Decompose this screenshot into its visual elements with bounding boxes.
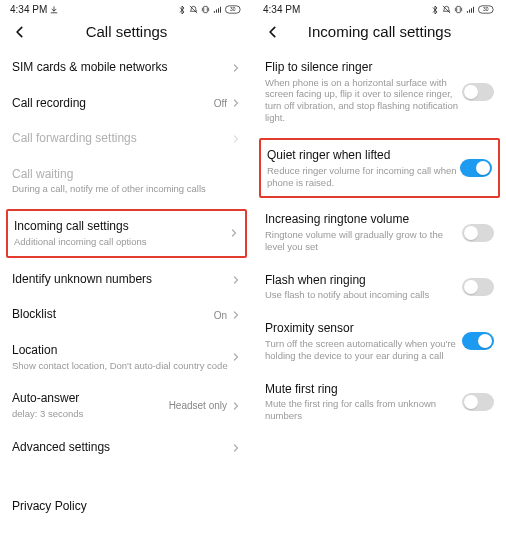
chevron-right-icon xyxy=(229,228,239,238)
desc: Turn off the screen automatically when y… xyxy=(265,338,462,362)
back-button[interactable] xyxy=(12,24,28,40)
header: Call settings xyxy=(0,17,253,50)
vibrate-icon xyxy=(201,5,210,14)
desc: Ringtone volume will gradually grow to t… xyxy=(265,229,462,253)
label: Call forwarding settings xyxy=(12,131,231,147)
chevron-right-icon xyxy=(231,401,241,411)
item-call-waiting: Call waiting During a call, notify me of… xyxy=(12,157,241,205)
dnd-icon xyxy=(442,5,451,14)
svg-rect-3 xyxy=(457,6,461,12)
chevron-right-icon xyxy=(231,134,241,144)
desc: Mute the first ring for calls from unkno… xyxy=(265,398,462,422)
item-flash-ringing[interactable]: Flash when ringing Use flash to notify a… xyxy=(265,263,494,311)
label: Privacy Policy xyxy=(12,499,241,515)
toggle-quiet-ringer[interactable] xyxy=(460,159,492,177)
settings-list: SIM cards & mobile networks Call recordi… xyxy=(0,50,253,525)
label: Quiet ringer when lifted xyxy=(267,148,460,164)
header: Incoming call settings xyxy=(253,17,506,50)
signal-icon xyxy=(213,6,222,14)
item-increasing-ringtone[interactable]: Increasing ringtone volume Ringtone volu… xyxy=(265,202,494,262)
item-call-forwarding: Call forwarding settings xyxy=(12,121,241,157)
label: Proximity sensor xyxy=(265,321,462,337)
status-bar: 4:34 PM 30 xyxy=(0,0,253,17)
page-title: Call settings xyxy=(28,23,225,40)
desc: Reduce ringer volume for incoming call w… xyxy=(267,165,460,189)
toggle-mute-first-ring[interactable] xyxy=(462,393,494,411)
label: Call waiting xyxy=(12,167,241,183)
toggle-flash-ringing[interactable] xyxy=(462,278,494,296)
label: Incoming call settings xyxy=(14,219,229,235)
settings-list: Flip to silence ringer When phone is on … xyxy=(253,50,506,432)
item-auto-answer[interactable]: Auto-answer delay: 3 seconds Headset onl… xyxy=(12,381,241,429)
chevron-right-icon xyxy=(231,443,241,453)
page-title: Incoming call settings xyxy=(281,23,478,40)
status-time: 4:34 PM xyxy=(10,4,47,15)
label: Blocklist xyxy=(12,307,214,323)
desc: Show contact location, Don't auto-dial c… xyxy=(12,360,231,372)
svg-text:30: 30 xyxy=(483,7,489,12)
toggle-proximity-sensor[interactable] xyxy=(462,332,494,350)
label: Mute first ring xyxy=(265,382,462,398)
toggle-increasing-ringtone[interactable] xyxy=(462,224,494,242)
item-mute-first-ring[interactable]: Mute first ring Mute the first ring for … xyxy=(265,372,494,432)
label: Identify unknown numbers xyxy=(12,272,231,288)
bluetooth-icon xyxy=(178,5,186,15)
label: Advanced settings xyxy=(12,440,231,456)
item-proximity-sensor[interactable]: Proximity sensor Turn off the screen aut… xyxy=(265,311,494,371)
screen-call-settings: 4:34 PM 30 Call settings SIM cards & mob… xyxy=(0,0,253,560)
highlight-incoming-call: Incoming call settings Additional incomi… xyxy=(6,209,247,257)
signal-icon xyxy=(466,6,475,14)
chevron-right-icon xyxy=(231,98,241,108)
desc: Additional incoming call options xyxy=(14,236,229,248)
desc: When phone is on a horizontal surface wi… xyxy=(265,77,462,125)
vibrate-icon xyxy=(454,5,463,14)
item-quiet-ringer[interactable]: Quiet ringer when lifted Reduce ringer v… xyxy=(267,144,492,192)
back-button[interactable] xyxy=(265,24,281,40)
item-advanced-settings[interactable]: Advanced settings xyxy=(12,430,241,466)
chevron-right-icon xyxy=(231,63,241,73)
item-identify-unknown[interactable]: Identify unknown numbers xyxy=(12,262,241,298)
toggle-flip-silence[interactable] xyxy=(462,83,494,101)
status-bar: 4:34 PM 30 xyxy=(253,0,506,17)
label: Flash when ringing xyxy=(265,273,462,289)
chevron-right-icon xyxy=(231,275,241,285)
label: SIM cards & mobile networks xyxy=(12,60,231,76)
label: Call recording xyxy=(12,96,214,112)
item-privacy-policy[interactable]: Privacy Policy xyxy=(12,489,241,525)
svg-text:30: 30 xyxy=(230,7,236,12)
label: Flip to silence ringer xyxy=(265,60,462,76)
svg-rect-0 xyxy=(204,6,208,12)
item-call-recording[interactable]: Call recording Off xyxy=(12,86,241,122)
bluetooth-icon xyxy=(431,5,439,15)
status-time: 4:34 PM xyxy=(263,4,300,15)
item-flip-silence[interactable]: Flip to silence ringer When phone is on … xyxy=(265,50,494,134)
value: Headset only xyxy=(169,400,227,411)
chevron-right-icon xyxy=(231,310,241,320)
value: Off xyxy=(214,98,227,109)
label: Location xyxy=(12,343,231,359)
desc: delay: 3 seconds xyxy=(12,408,169,420)
highlight-quiet-ringer: Quiet ringer when lifted Reduce ringer v… xyxy=(259,138,500,198)
desc: During a call, notify me of other incomi… xyxy=(12,183,241,195)
desc: Use flash to notify about incoming calls xyxy=(265,289,462,301)
chevron-right-icon xyxy=(231,352,241,362)
label: Increasing ringtone volume xyxy=(265,212,462,228)
dnd-icon xyxy=(189,5,198,14)
item-location[interactable]: Location Show contact location, Don't au… xyxy=(12,333,241,381)
value: On xyxy=(214,310,227,321)
download-icon xyxy=(50,6,58,14)
battery-icon: 30 xyxy=(478,5,496,14)
item-blocklist[interactable]: Blocklist On xyxy=(12,297,241,333)
item-sim-networks[interactable]: SIM cards & mobile networks xyxy=(12,50,241,86)
label: Auto-answer xyxy=(12,391,169,407)
screen-incoming-call-settings: 4:34 PM 30 Incoming call settings Flip t… xyxy=(253,0,506,560)
item-incoming-call-settings[interactable]: Incoming call settings Additional incomi… xyxy=(14,215,239,251)
battery-icon: 30 xyxy=(225,5,243,14)
